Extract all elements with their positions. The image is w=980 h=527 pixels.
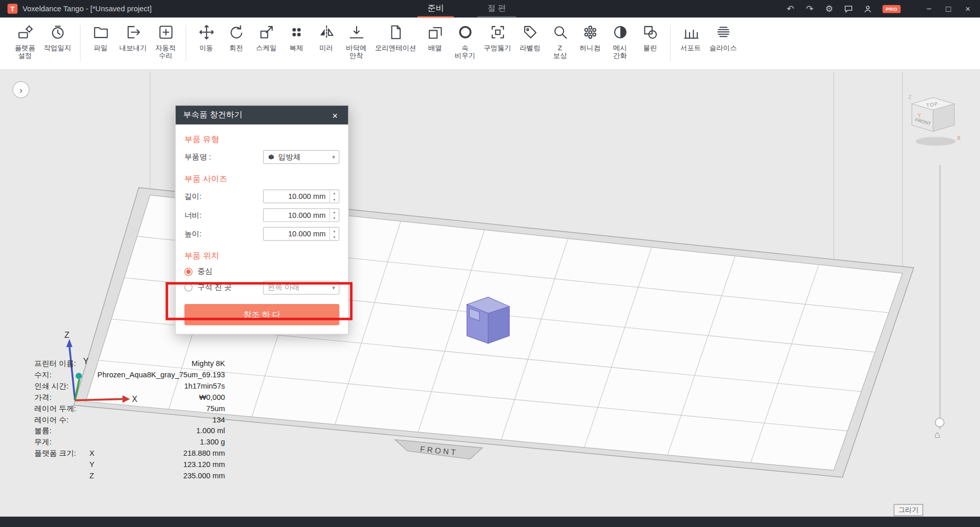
copy-icon [288, 24, 305, 40]
radio-unchecked-icon [184, 283, 193, 292]
account-icon[interactable] [863, 4, 872, 13]
window-title: Voxeldance Tango - [*Unsaved project] [23, 5, 152, 13]
part-name-row: 부품명 : 입방체 ▾ [184, 148, 340, 167]
orientation-icon [387, 24, 404, 40]
tab-label: 준비 [427, 3, 444, 14]
titlebar: T Voxeldance Tango - [*Unsaved project] … [0, 0, 980, 17]
toolbar-rotate-button[interactable]: 회전 [221, 23, 252, 53]
spinner-up-icon[interactable]: ▴ [330, 209, 339, 215]
status-bar [0, 517, 980, 527]
chevron-down-icon: ▾ [332, 154, 335, 160]
spinner-down-icon[interactable]: ▾ [330, 196, 339, 202]
minimize-icon[interactable]: − [924, 5, 933, 13]
stat-value: 235.000 mm [183, 470, 225, 481]
autofix-icon [157, 24, 174, 40]
feedback-icon[interactable] [844, 4, 853, 13]
stat-label: 레이어 수: [34, 414, 89, 425]
toolbar-labeling-button[interactable]: 라벨링 [515, 23, 545, 53]
stat-value: 218.880 mm [183, 448, 225, 459]
slice-icon [715, 24, 732, 40]
array-icon [427, 24, 444, 40]
zoom-scrollbar-handle[interactable] [935, 418, 944, 427]
platform-settings-icon [16, 24, 33, 40]
section-part-size: 부품 사이즈 [184, 173, 340, 185]
toolbar-mirror-button[interactable]: 미러 [311, 23, 342, 53]
toolbar-punch-hole-button[interactable]: 구멍뚫기 [480, 23, 515, 53]
toolbar-label: 자동적 수리 [155, 44, 176, 60]
zcomp-icon [552, 24, 569, 40]
maximize-icon[interactable]: □ [944, 5, 953, 13]
position-option-center[interactable]: 중심 [184, 264, 340, 280]
spinner-down-icon[interactable]: ▾ [330, 234, 339, 240]
toolbar-mesh-simplify-button[interactable]: 메시 간화 [605, 23, 635, 62]
create-button[interactable]: 창조 하 다 [184, 304, 340, 325]
spinner-up-icon[interactable]: ▴ [330, 190, 339, 196]
toolbar-duplicate-button[interactable]: 복제 [281, 23, 311, 53]
zoom-scrollbar-track[interactable] [940, 165, 941, 429]
mode-tabs: 준비 절 편 [418, 0, 516, 17]
position-option-corner[interactable]: 구석 진 곳 왼쪽 아래 ▾ [184, 279, 340, 295]
toolbar-export-button[interactable]: 내보내기 [116, 23, 151, 53]
home-icon[interactable]: ⌂ [934, 429, 941, 440]
toolbar-lay-flat-button[interactable]: 바닥에 안착 [341, 23, 371, 62]
chevron-right-icon: › [19, 85, 23, 95]
toolbar-work-log-button[interactable]: 작업일지 [40, 23, 75, 53]
toolbar-slice-button[interactable]: 슬라이스 [705, 23, 740, 53]
sidebar-expand-button[interactable]: › [12, 82, 29, 98]
stat-row: 가격:₩0,000 [34, 392, 225, 403]
toolbar-label: 슬라이스 [710, 44, 737, 52]
model-cube[interactable] [467, 297, 509, 343]
spinner-down-icon[interactable]: ▾ [330, 215, 339, 221]
toolbar-boolean-button[interactable]: 불린 [635, 23, 665, 53]
close-icon[interactable]: × [329, 110, 341, 120]
height-row: 높이: ▴▾ [184, 225, 340, 244]
height-input[interactable] [264, 228, 329, 240]
stat-row: Z235.000 mm [34, 470, 225, 481]
toolbar-z-compensation-button[interactable]: Z 보상 [545, 23, 575, 62]
toolbar-orientation-button[interactable]: 오리엔테이션 [371, 23, 420, 53]
toolbar-hollow-button[interactable]: 속 비우기 [450, 23, 480, 62]
undo-icon[interactable]: ↶ [786, 5, 795, 13]
stat-row: 레이어 두께:75um [34, 403, 225, 414]
view-cube[interactable]: TOP FRONT Z Y X [903, 91, 966, 154]
hole-icon [489, 24, 506, 40]
corner-position-value: 왼쪽 아래 [267, 282, 300, 293]
part-name-label: 부품명 : [184, 152, 211, 163]
dialog-header[interactable]: 부속품 창건하기 × [176, 106, 348, 125]
spinner-up-icon[interactable]: ▴ [330, 228, 339, 234]
toolbar-label: 내보내기 [119, 44, 147, 52]
tab-slice[interactable]: 절 편 [477, 0, 516, 17]
toolbar-scale-button[interactable]: 스케일 [251, 23, 281, 53]
redo-icon[interactable]: ↷ [805, 5, 815, 13]
simplify-icon [612, 24, 629, 40]
close-icon[interactable]: × [963, 5, 972, 13]
draw-button[interactable]: 그리기 [894, 504, 923, 516]
toolbar-label: 이동 [199, 44, 213, 52]
dialog-title: 부속품 창건하기 [183, 110, 242, 121]
viewport-3d[interactable]: FRONT Z Y X › [0, 70, 980, 517]
length-input[interactable] [264, 190, 329, 202]
height-label: 높이: [184, 229, 201, 239]
toolbar-label: 작업일지 [44, 44, 71, 52]
width-input[interactable] [264, 209, 329, 221]
toolbar-label: 구멍뚫기 [484, 44, 511, 52]
toolbar-support-button[interactable]: 서포트 [676, 23, 706, 53]
settings-icon[interactable]: ⚙ [824, 5, 833, 13]
stat-value: 123.120 mm [183, 459, 225, 470]
height-stepper: ▴▾ [263, 227, 340, 241]
toolbar-auto-repair-button[interactable]: 자동적 수리 [151, 23, 181, 62]
tab-prepare[interactable]: 준비 [418, 0, 454, 17]
stat-row: 프린터 이름:Mighty 8K [34, 358, 225, 369]
toolbar-array-button[interactable]: 배열 [420, 23, 450, 53]
toolbar-move-button[interactable]: 이동 [191, 23, 221, 53]
export-icon [124, 24, 141, 40]
stat-value: 75um [206, 403, 225, 414]
mirror-icon [318, 24, 335, 40]
section-part-type: 부품 유형 [184, 134, 340, 145]
toolbar-honeycomb-button[interactable]: 허니컴 [575, 23, 605, 53]
stat-value: 1.000 ml [196, 425, 225, 437]
toolbar-platform-settings-button[interactable]: 플랫폼 설정 [10, 23, 40, 62]
part-type-dropdown[interactable]: 입방체 ▾ [263, 150, 340, 164]
corner-position-dropdown[interactable]: 왼쪽 아래 ▾ [263, 280, 340, 294]
toolbar-file-button[interactable]: 파일 [86, 23, 116, 53]
